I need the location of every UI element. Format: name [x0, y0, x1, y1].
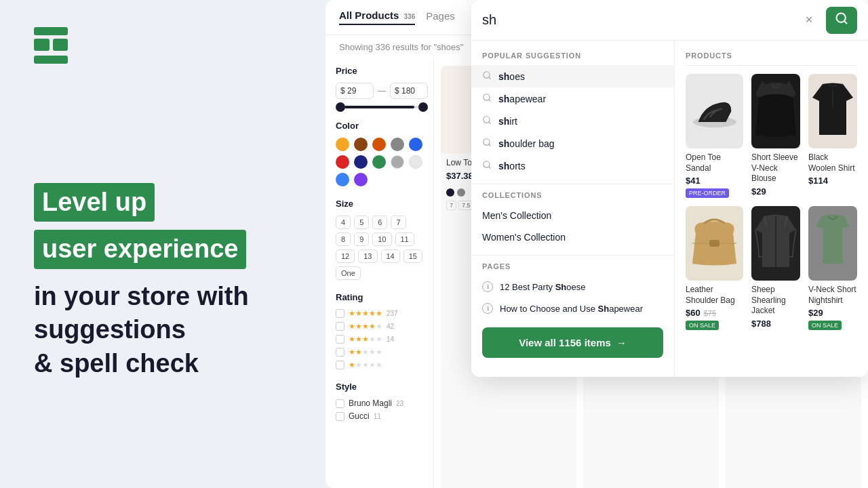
price-range-slider[interactable]: [336, 106, 423, 108]
product-price: $41: [686, 176, 743, 186]
collection-item-mens[interactable]: Men's Collection: [471, 205, 674, 226]
product-name: Leather Shoulder Bag: [686, 285, 743, 306]
collection-item-womens[interactable]: Women's Collection: [471, 226, 674, 248]
price-min-input[interactable]: [336, 83, 374, 99]
color-swatch[interactable]: [354, 138, 368, 151]
nav-tabs: All Products 336 Pages: [339, 9, 455, 25]
rating-row: ★★★★★ 237: [336, 309, 423, 318]
color-swatch[interactable]: [372, 138, 386, 151]
product-badge: ON SALE: [808, 321, 842, 330]
rating-row: ★★★★★: [336, 348, 423, 357]
size-label: Size: [336, 199, 423, 209]
search-clear-button[interactable]: ×: [799, 10, 819, 30]
product-image: [686, 206, 743, 281]
price-thumb-max[interactable]: [418, 102, 428, 112]
size-btn[interactable]: 12: [336, 249, 355, 263]
rating-checkbox[interactable]: [336, 361, 344, 369]
svg-rect-15: [709, 240, 719, 247]
product-image: [686, 74, 743, 148]
nightshirt-svg: [809, 213, 856, 274]
suggestion-text: shoes: [498, 71, 525, 82]
color-swatch[interactable]: [336, 155, 349, 169]
product-name: Short Sleeve V-Neck Blouse: [751, 152, 800, 184]
size-btn[interactable]: 5: [354, 216, 369, 229]
collections-title: COLLECTIONS: [471, 191, 674, 205]
rating-row: ★★★★★ 42: [336, 322, 423, 331]
color-swatch[interactable]: [409, 138, 422, 151]
suggestion-item-shoes[interactable]: shoes: [471, 65, 674, 87]
size-btn[interactable]: 15: [403, 249, 422, 263]
rating-label: Rating: [336, 292, 423, 302]
search-product-card[interactable]: Sheep Shearling Jacket $788: [751, 206, 800, 330]
search-bar: ×: [471, 0, 868, 41]
color-swatch[interactable]: [336, 138, 349, 151]
search-suggestion-icon: [482, 115, 492, 127]
rating-checkbox[interactable]: [336, 335, 344, 344]
search-product-card[interactable]: Short Sleeve V-Neck Blouse $29: [751, 74, 800, 198]
product-color-swatch: [457, 188, 465, 197]
tab-pages[interactable]: Pages: [426, 10, 455, 24]
pages-item-party[interactable]: ℹ 12 Best Party Shoese: [471, 276, 674, 298]
size-btn[interactable]: 14: [381, 249, 400, 263]
search-products-panel: PRODUCTS Open Toe: [675, 41, 868, 377]
suggestion-item-shorts[interactable]: shorts: [471, 155, 674, 177]
search-product-card[interactable]: V-Neck Short Nightshirt $29 ON SALE: [808, 206, 857, 330]
size-btn[interactable]: 8: [336, 232, 351, 246]
rating-checkbox[interactable]: [336, 322, 344, 331]
popular-suggestion-title: POPULAR SUGGESTION: [471, 52, 674, 65]
size-btn[interactable]: 10: [372, 232, 391, 246]
color-swatch[interactable]: [354, 173, 368, 186]
style-checkbox[interactable]: [336, 412, 344, 421]
svg-line-11: [489, 167, 491, 169]
color-swatch[interactable]: [336, 173, 349, 186]
view-all-button[interactable]: View all 1156 items →: [482, 327, 663, 358]
hero-line3: in your store with: [34, 282, 249, 310]
suggestion-item-shoulder-bag[interactable]: shoulder bag: [471, 132, 674, 155]
price-max-input[interactable]: [390, 83, 428, 99]
rating-filter: Rating ★★★★★ 237 ★★★★★ 42 ★★★★★: [336, 292, 423, 369]
suggestion-item-shapewear[interactable]: shapewear: [471, 87, 674, 110]
size-btn[interactable]: 7: [391, 216, 406, 229]
rating-checkbox[interactable]: [336, 348, 344, 357]
product-image: [808, 206, 857, 281]
product-image: [751, 74, 800, 148]
size-btn[interactable]: One: [336, 266, 361, 280]
hero-text: Level up user experience in your store w…: [34, 183, 298, 380]
page-icon: ℹ: [482, 281, 493, 292]
size-btn[interactable]: 4: [336, 216, 351, 229]
suggestion-item-shirt[interactable]: shirt: [471, 110, 674, 132]
size-btn[interactable]: 11: [395, 232, 414, 246]
size-btn[interactable]: 13: [358, 249, 377, 263]
size-btn[interactable]: 9: [354, 232, 369, 246]
search-product-card[interactable]: Open Toe Sandal $41 PRE-ORDER: [686, 74, 743, 198]
size-btn[interactable]: 6: [372, 216, 387, 229]
search-product-card[interactable]: Leather Shoulder Bag $60 $75 ON SALE: [686, 206, 743, 330]
color-swatch[interactable]: [354, 155, 368, 169]
search-submit-button[interactable]: [826, 7, 857, 34]
rating-checkbox[interactable]: [336, 309, 344, 318]
tab-all-products[interactable]: All Products 336: [339, 9, 415, 25]
svg-line-3: [489, 77, 491, 79]
color-grid: [336, 138, 423, 186]
pages-item-shapewear[interactable]: ℹ How to Choose and Use Shapewear: [471, 298, 674, 319]
color-swatch[interactable]: [391, 138, 404, 151]
rating-row: ★★★★★: [336, 361, 423, 369]
color-swatch[interactable]: [409, 155, 422, 169]
left-panel: Level up user experience in your store w…: [0, 0, 326, 488]
product-size: 7: [446, 201, 456, 210]
search-input[interactable]: [482, 12, 792, 28]
hero-line1: Level up: [34, 183, 155, 222]
color-swatch[interactable]: [372, 155, 386, 169]
search-product-card[interactable]: Black Woolen Shirt $114: [808, 74, 857, 198]
search-suggestions-panel: POPULAR SUGGESTION shoes s: [471, 41, 675, 377]
svg-line-1: [844, 21, 847, 24]
style-checkbox[interactable]: [336, 399, 344, 408]
product-name: V-Neck Short Nightshirt: [808, 285, 857, 306]
product-price: $29: [751, 186, 800, 197]
color-swatch[interactable]: [391, 155, 404, 169]
suggestion-text: shoulder bag: [498, 138, 555, 149]
size-grid: 4 5 6 7 8 9 10 11 12 13 14 15 One: [336, 216, 423, 280]
search-icon: [835, 12, 848, 28]
price-thumb-min[interactable]: [336, 102, 345, 112]
product-price: $29: [808, 308, 857, 318]
